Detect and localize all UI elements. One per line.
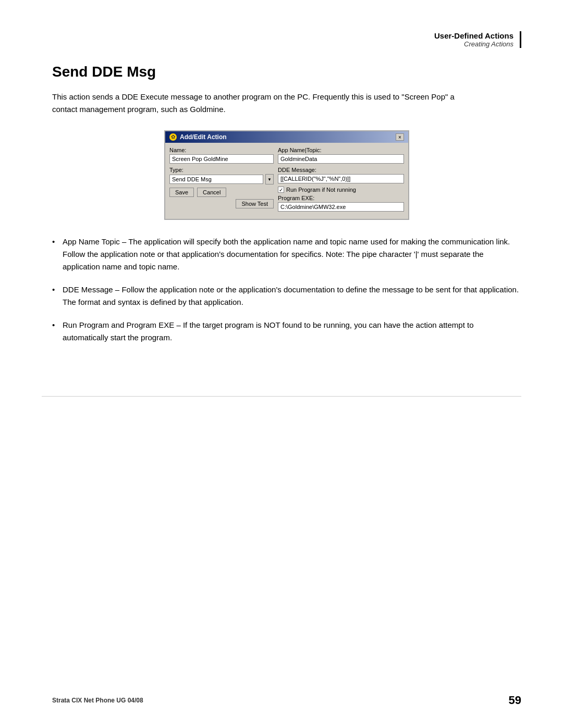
page-divider — [42, 396, 521, 397]
dialog-title-text: Add/Edit Action — [180, 133, 227, 141]
program-exe-input[interactable] — [278, 202, 404, 212]
type-label: Type: — [169, 167, 274, 173]
dialog-wrapper: ✿ Add/Edit Action × Name: Type: ▼ — [52, 130, 521, 220]
dialog-left-column: Name: Type: ▼ Save Cancel Show Test — [169, 147, 274, 215]
bullet-item-2: DDE Message – Follow the application not… — [52, 283, 521, 309]
app-name-topic-label: App Name|Topic: — [278, 147, 404, 153]
footer-page-number: 59 — [509, 694, 521, 707]
dialog-titlebar: ✿ Add/Edit Action × — [165, 131, 408, 143]
name-label: Name: — [169, 147, 274, 153]
dde-message-input[interactable] — [278, 174, 404, 183]
name-input[interactable] — [169, 154, 274, 164]
type-input[interactable] — [169, 175, 263, 184]
dialog-body: Name: Type: ▼ Save Cancel Show Test — [165, 143, 408, 219]
bullet-item-1: App Name Topic – The application will sp… — [52, 236, 521, 273]
header-right: User-Defined Actions Creating Actions — [434, 31, 521, 48]
run-program-row: ✓ Run Program if Not running — [278, 187, 404, 193]
app-name-topic-input[interactable] — [278, 154, 404, 164]
button-row: Save Cancel — [169, 188, 274, 197]
intro-text: This action sends a DDE Execute message … — [52, 91, 469, 116]
dialog-box: ✿ Add/Edit Action × Name: Type: ▼ — [164, 130, 409, 220]
dialog-app-icon: ✿ — [169, 133, 177, 141]
program-exe-label: Program EXE: — [278, 195, 404, 201]
footer-section: Strata CIX Net Phone UG 04/08 59 — [52, 694, 521, 707]
save-button[interactable]: Save — [169, 188, 194, 197]
show-test-button[interactable]: Show Test — [236, 199, 274, 208]
footer-left: Strata CIX Net Phone UG 04/08 — [52, 697, 143, 704]
header-title: User-Defined Actions — [434, 31, 513, 40]
show-test-row: Show Test — [169, 199, 274, 208]
run-program-label: Run Program if Not running — [286, 187, 356, 193]
type-row: ▼ — [169, 174, 274, 184]
page-container: User-Defined Actions Creating Actions Se… — [0, 0, 563, 728]
content-section: Send DDE Msg This action sends a DDE Exe… — [0, 53, 563, 375]
dialog-close-button[interactable]: × — [396, 133, 404, 141]
header-subtitle: Creating Actions — [434, 40, 513, 48]
type-dropdown-button[interactable]: ▼ — [265, 174, 274, 184]
bullet-list: App Name Topic – The application will sp… — [52, 236, 521, 344]
dialog-titlebar-left: ✿ Add/Edit Action — [169, 133, 227, 141]
page-title: Send DDE Msg — [52, 64, 521, 80]
dialog-right-column: App Name|Topic: DDE Message: ✓ Run Progr… — [278, 147, 404, 215]
bullet-item-3: Run Program and Program EXE – If the tar… — [52, 319, 521, 344]
run-program-checkbox[interactable]: ✓ — [278, 187, 284, 193]
cancel-button[interactable]: Cancel — [197, 188, 226, 197]
dde-message-label: DDE Message: — [278, 167, 404, 173]
header-section: User-Defined Actions Creating Actions — [0, 0, 563, 53]
